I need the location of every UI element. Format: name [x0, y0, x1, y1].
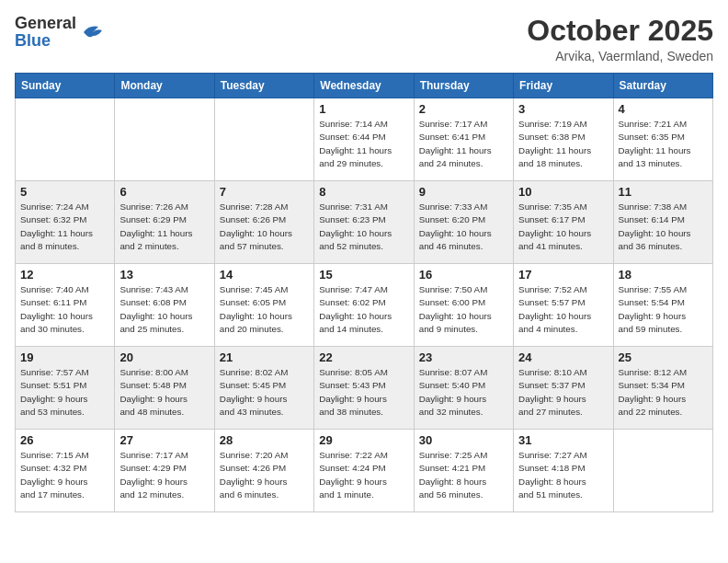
calendar-cell: 2Sunrise: 7:17 AM Sunset: 6:41 PM Daylig…: [414, 98, 513, 181]
day-info: Sunrise: 7:35 AM Sunset: 6:17 PM Dayligh…: [518, 201, 608, 253]
day-number: 20: [119, 350, 209, 364]
calendar-cell: 15Sunrise: 7:47 AM Sunset: 6:02 PM Dayli…: [314, 264, 414, 347]
calendar-cell: 17Sunrise: 7:52 AM Sunset: 5:57 PM Dayli…: [514, 264, 613, 347]
calendar-cell: 28Sunrise: 7:20 AM Sunset: 4:26 PM Dayli…: [214, 430, 313, 512]
page-header: General Blue October 2025 Arvika, Vaerml…: [15, 15, 713, 63]
day-info: Sunrise: 8:12 AM Sunset: 5:34 PM Dayligh…: [619, 366, 708, 419]
day-number: 25: [619, 350, 708, 364]
calendar-title: October 2025: [527, 15, 713, 47]
calendar-cell: 24Sunrise: 8:10 AM Sunset: 5:37 PM Dayli…: [514, 347, 613, 430]
calendar-cell: 18Sunrise: 7:55 AM Sunset: 5:54 PM Dayli…: [613, 264, 712, 347]
day-number: 23: [419, 350, 508, 364]
calendar-cell: 9Sunrise: 7:33 AM Sunset: 6:20 PM Daylig…: [414, 181, 513, 264]
day-number: 16: [419, 268, 508, 282]
day-info: Sunrise: 7:25 AM Sunset: 4:21 PM Dayligh…: [419, 449, 508, 501]
day-number: 18: [619, 268, 708, 282]
header-friday: Friday: [514, 74, 613, 98]
day-number: 9: [419, 185, 508, 199]
day-info: Sunrise: 7:24 AM Sunset: 6:32 PM Dayligh…: [20, 201, 109, 253]
calendar-cell: [115, 98, 214, 181]
calendar-table: Sunday Monday Tuesday Wednesday Thursday…: [15, 73, 713, 512]
day-number: 12: [20, 268, 109, 282]
day-number: 1: [319, 102, 408, 116]
calendar-cell: 30Sunrise: 7:25 AM Sunset: 4:21 PM Dayli…: [414, 430, 513, 512]
day-info: Sunrise: 7:21 AM Sunset: 6:35 PM Dayligh…: [619, 118, 708, 170]
calendar-cell: [613, 430, 712, 512]
header-monday: Monday: [115, 74, 214, 98]
calendar-week-row: 19Sunrise: 7:57 AM Sunset: 5:51 PM Dayli…: [16, 347, 713, 430]
day-info: Sunrise: 7:15 AM Sunset: 4:32 PM Dayligh…: [20, 449, 109, 501]
day-info: Sunrise: 7:26 AM Sunset: 6:29 PM Dayligh…: [119, 201, 209, 253]
calendar-cell: 4Sunrise: 7:21 AM Sunset: 6:35 PM Daylig…: [613, 98, 712, 181]
calendar-cell: 12Sunrise: 7:40 AM Sunset: 6:11 PM Dayli…: [16, 264, 115, 347]
calendar-week-row: 12Sunrise: 7:40 AM Sunset: 6:11 PM Dayli…: [16, 264, 713, 347]
day-info: Sunrise: 7:43 AM Sunset: 6:08 PM Dayligh…: [119, 283, 209, 336]
day-number: 30: [419, 433, 508, 447]
calendar-body: 1Sunrise: 7:14 AM Sunset: 6:44 PM Daylig…: [16, 98, 713, 512]
header-wednesday: Wednesday: [314, 74, 414, 98]
header-tuesday: Tuesday: [214, 74, 313, 98]
calendar-cell: [214, 98, 313, 181]
day-number: 24: [518, 350, 608, 364]
day-number: 5: [20, 185, 109, 199]
calendar-cell: 21Sunrise: 8:02 AM Sunset: 5:45 PM Dayli…: [214, 347, 313, 430]
day-number: 26: [20, 433, 109, 447]
day-info: Sunrise: 8:00 AM Sunset: 5:48 PM Dayligh…: [119, 366, 209, 419]
day-info: Sunrise: 8:10 AM Sunset: 5:37 PM Dayligh…: [518, 366, 608, 419]
day-number: 8: [319, 185, 408, 199]
calendar-cell: 31Sunrise: 7:27 AM Sunset: 4:18 PM Dayli…: [514, 430, 613, 512]
day-info: Sunrise: 7:22 AM Sunset: 4:24 PM Dayligh…: [319, 449, 408, 501]
day-info: Sunrise: 8:02 AM Sunset: 5:45 PM Dayligh…: [220, 366, 309, 419]
day-number: 6: [119, 185, 209, 199]
day-info: Sunrise: 7:17 AM Sunset: 4:29 PM Dayligh…: [119, 449, 209, 501]
calendar-cell: 27Sunrise: 7:17 AM Sunset: 4:29 PM Dayli…: [115, 430, 214, 512]
logo-blue-text: Blue: [15, 31, 51, 50]
day-number: 10: [518, 185, 608, 199]
day-number: 29: [319, 433, 408, 447]
calendar-cell: 23Sunrise: 8:07 AM Sunset: 5:40 PM Dayli…: [414, 347, 513, 430]
logo-general-text: General: [15, 14, 76, 32]
day-info: Sunrise: 7:52 AM Sunset: 5:57 PM Dayligh…: [518, 283, 608, 336]
calendar-cell: 3Sunrise: 7:19 AM Sunset: 6:38 PM Daylig…: [514, 98, 613, 181]
day-number: 17: [518, 268, 608, 282]
day-info: Sunrise: 8:07 AM Sunset: 5:40 PM Dayligh…: [419, 366, 508, 419]
day-info: Sunrise: 7:20 AM Sunset: 4:26 PM Dayligh…: [220, 449, 309, 501]
day-number: 11: [619, 185, 708, 199]
calendar-cell: 1Sunrise: 7:14 AM Sunset: 6:44 PM Daylig…: [314, 98, 414, 181]
day-number: 2: [419, 102, 508, 116]
day-info: Sunrise: 7:17 AM Sunset: 6:41 PM Dayligh…: [419, 118, 508, 170]
day-info: Sunrise: 7:14 AM Sunset: 6:44 PM Dayligh…: [319, 118, 408, 170]
day-info: Sunrise: 7:57 AM Sunset: 5:51 PM Dayligh…: [20, 366, 109, 419]
day-info: Sunrise: 7:31 AM Sunset: 6:23 PM Dayligh…: [319, 201, 408, 253]
calendar-week-row: 1Sunrise: 7:14 AM Sunset: 6:44 PM Daylig…: [16, 98, 713, 181]
day-info: Sunrise: 7:40 AM Sunset: 6:11 PM Dayligh…: [20, 283, 109, 336]
header-thursday: Thursday: [414, 74, 513, 98]
days-header-row: Sunday Monday Tuesday Wednesday Thursday…: [16, 74, 713, 98]
day-number: 27: [119, 433, 209, 447]
day-info: Sunrise: 7:27 AM Sunset: 4:18 PM Dayligh…: [518, 449, 608, 501]
day-number: 28: [220, 433, 309, 447]
day-info: Sunrise: 7:33 AM Sunset: 6:20 PM Dayligh…: [419, 201, 508, 253]
day-number: 21: [220, 350, 309, 364]
day-info: Sunrise: 8:05 AM Sunset: 5:43 PM Dayligh…: [319, 366, 408, 419]
logo: General Blue: [15, 15, 106, 50]
day-info: Sunrise: 7:28 AM Sunset: 6:26 PM Dayligh…: [220, 201, 309, 253]
day-number: 14: [220, 268, 309, 282]
day-number: 3: [518, 102, 608, 116]
calendar-subtitle: Arvika, Vaermland, Sweden: [527, 49, 713, 63]
calendar-cell: 11Sunrise: 7:38 AM Sunset: 6:14 PM Dayli…: [613, 181, 712, 264]
calendar-cell: 6Sunrise: 7:26 AM Sunset: 6:29 PM Daylig…: [115, 181, 214, 264]
title-block: October 2025 Arvika, Vaermland, Sweden: [527, 15, 713, 63]
day-number: 31: [518, 433, 608, 447]
day-number: 13: [119, 268, 209, 282]
calendar-cell: 22Sunrise: 8:05 AM Sunset: 5:43 PM Dayli…: [314, 347, 414, 430]
calendar-cell: 5Sunrise: 7:24 AM Sunset: 6:32 PM Daylig…: [16, 181, 115, 264]
calendar-cell: 19Sunrise: 7:57 AM Sunset: 5:51 PM Dayli…: [16, 347, 115, 430]
calendar-week-row: 5Sunrise: 7:24 AM Sunset: 6:32 PM Daylig…: [16, 181, 713, 264]
header-saturday: Saturday: [613, 74, 712, 98]
calendar-cell: 16Sunrise: 7:50 AM Sunset: 6:00 PM Dayli…: [414, 264, 513, 347]
calendar-cell: 20Sunrise: 8:00 AM Sunset: 5:48 PM Dayli…: [115, 347, 214, 430]
day-number: 22: [319, 350, 408, 364]
header-sunday: Sunday: [16, 74, 115, 98]
logo-bird-icon: [80, 23, 106, 41]
